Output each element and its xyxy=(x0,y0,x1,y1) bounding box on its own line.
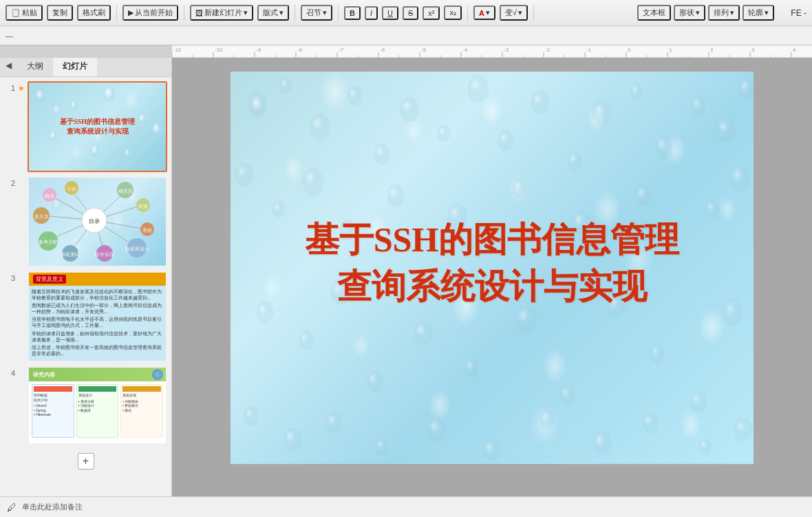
slide-number-1: 1 xyxy=(4,84,15,92)
svg-text:数据库设计: 数据库设计 xyxy=(125,246,149,251)
outline-button[interactable]: 轮廓 ▾ xyxy=(742,5,774,21)
text-color-button[interactable]: A ▾ xyxy=(473,6,495,20)
main-area: ◀ 大纲 幻灯片 1 ★ xyxy=(0,58,812,496)
chevron-down-icon-5: ▾ xyxy=(518,8,522,17)
svg-rect-0 xyxy=(172,45,812,58)
strikethrough-button[interactable]: S xyxy=(403,6,418,20)
sidebar: ◀ 大纲 幻灯片 1 ★ xyxy=(0,58,172,496)
svg-text:-1: -1 xyxy=(586,47,592,53)
ribbon: — xyxy=(0,26,812,45)
thumb-1-text: 基于SSH的图书信息管理 查询系统设计与实现 xyxy=(60,117,135,136)
svg-text:-8: -8 xyxy=(297,47,303,53)
slide-item-1[interactable]: 1 ★ 基于SSH的图书信息管 xyxy=(4,81,167,172)
text-color-icon: A xyxy=(479,9,484,17)
svg-text:1: 1 xyxy=(669,47,672,53)
chevron-down-icon-7: ▾ xyxy=(730,8,734,17)
slide-item-3[interactable]: 3 ★ 背景及意义 随着互联网技术的飞速发展及信息化的不断深化，图书馆作为学校教… xyxy=(4,271,167,362)
svg-text:2: 2 xyxy=(710,47,714,53)
sep4 xyxy=(338,5,339,21)
chevron-down-icon-4: ▾ xyxy=(486,8,490,17)
layout-button[interactable]: 版式 ▾ xyxy=(257,5,289,21)
svg-text:-7: -7 xyxy=(339,47,344,53)
chevron-down-icon: ▾ xyxy=(244,8,248,17)
copy-button[interactable]: 复制 xyxy=(47,5,73,21)
slide-star-2: ★ xyxy=(18,179,25,188)
svg-text:0: 0 xyxy=(628,47,631,53)
paste-button[interactable]: 📋 粘贴 xyxy=(6,5,43,21)
slide-thumb-3[interactable]: 背景及意义 随着互联网技术的飞速发展及信息化的不断深化，图书馆作为学校教育的重要… xyxy=(28,271,167,362)
svg-text:-10: -10 xyxy=(215,47,223,53)
format-button[interactable]: 格式刷 xyxy=(77,5,111,21)
slide4-title: 研究内容 xyxy=(33,371,55,379)
slide-panel: 1 ★ 基于SSH的图书信息管 xyxy=(0,77,171,478)
svg-text:-6: -6 xyxy=(380,47,385,53)
main-slide: 基于SSH的图书信息管理 查询系统设计与实现 xyxy=(231,72,754,464)
svg-text:-3: -3 xyxy=(504,47,509,53)
sep1 xyxy=(116,5,117,21)
svg-text:系统: 系统 xyxy=(142,228,152,233)
svg-text:软件实现: 软件实现 xyxy=(95,252,114,257)
canvas-area[interactable]: 基于SSH的图书信息管理 查询系统设计与实现 xyxy=(172,58,812,496)
paste-icon: 📋 xyxy=(11,8,21,17)
toolbar-right: 文本框 形状 ▾ 排列 ▾ 轮廓 ▾ FE - xyxy=(637,5,806,21)
svg-text:系统测试: 系统测试 xyxy=(61,252,80,257)
svg-text:概况: 概况 xyxy=(45,193,54,198)
sidebar-collapse-arrow[interactable]: ◀ xyxy=(0,58,17,76)
from-start-button[interactable]: ▶ 从当前开始 xyxy=(122,5,178,21)
chevron-down-icon-6: ▾ xyxy=(696,8,700,17)
special-char-button[interactable]: 变√ ▾ xyxy=(500,5,528,21)
slide-number-2: 2 xyxy=(4,179,15,187)
new-slide-button[interactable]: 🖼 新建幻灯片 ▾ xyxy=(190,5,253,21)
slide-number-4: 4 xyxy=(4,369,15,377)
slide-thumb-1[interactable]: 基于SSH的图书信息管理 查询系统设计与实现 xyxy=(28,81,167,172)
tab-outline[interactable]: 大纲 xyxy=(17,58,53,76)
svg-text:框架: 框架 xyxy=(138,204,148,209)
bold-button[interactable]: B xyxy=(344,6,361,20)
sep5 xyxy=(467,5,468,21)
slide-star-3: ★ xyxy=(18,274,25,283)
toolbar: 📋 粘贴 复制 格式刷 ▶ 从当前开始 🖼 新建幻灯片 ▾ 版式 ▾ 召节 ▾ … xyxy=(0,0,812,26)
chevron-down-icon-8: ▾ xyxy=(765,8,769,17)
ruler-toggle: — xyxy=(6,32,13,40)
subscript-button[interactable]: x₂ xyxy=(444,6,462,20)
svg-text:参考文献: 参考文献 xyxy=(39,240,58,245)
slide-title-line2: 查询系统设计与实现 xyxy=(305,263,680,310)
chevron-down-icon-3: ▾ xyxy=(323,8,327,17)
slide-number-3: 3 xyxy=(4,274,15,282)
slide3-badge: 背景及意义 xyxy=(33,275,66,284)
sep3 xyxy=(295,5,295,21)
slide-item-2[interactable]: 2 ★ xyxy=(4,176,167,267)
italic-button[interactable]: I xyxy=(365,6,378,20)
slide-star-1: ★ xyxy=(18,84,25,93)
slide-item-4[interactable]: 4 ★ 研究内容 SSH框架技术介绍 xyxy=(4,366,167,445)
note-icon: 🖊 xyxy=(7,502,17,513)
sep6 xyxy=(533,5,534,21)
svg-text:相关技: 相关技 xyxy=(118,189,133,193)
slide-title[interactable]: 基于SSH的图书信息管理 查询系统设计与实现 xyxy=(305,217,680,310)
section-button[interactable]: 召节 ▾ xyxy=(301,5,332,21)
arrange-button[interactable]: 排列 ▾ xyxy=(708,5,740,21)
new-slide-icon: 🖼 xyxy=(195,9,203,17)
slide-thumb-2[interactable]: 目录 概况 引言 相关技 框架 系统 xyxy=(28,176,167,267)
svg-text:-2: -2 xyxy=(545,47,551,53)
text-box-button[interactable]: 文本框 xyxy=(637,5,671,21)
ruler: -12 -10 -9 -8 -7 -6 -5 -4 -3 xyxy=(172,45,812,58)
add-slide-button[interactable]: + xyxy=(78,453,94,469)
svg-text:-4: -4 xyxy=(462,47,468,53)
add-slide-area: + xyxy=(4,449,167,474)
underline-button[interactable]: U xyxy=(382,6,398,20)
svg-text:-9: -9 xyxy=(256,47,261,53)
slide-star-4: ★ xyxy=(18,369,25,378)
fe-indicator: FE - xyxy=(791,8,806,18)
superscript-button[interactable]: x² xyxy=(423,6,440,20)
tab-slides[interactable]: 幻灯片 xyxy=(53,58,97,76)
status-bar: 🖊 单击此处添加备注 xyxy=(0,496,812,517)
svg-text:目录: 目录 xyxy=(89,218,100,224)
slide-thumb-4[interactable]: 研究内容 SSH框架技术介绍 • Struts2 • Spring • Hi xyxy=(28,366,167,445)
note-text[interactable]: 单击此处添加备注 xyxy=(22,502,83,512)
play-icon: ▶ xyxy=(128,8,133,17)
slide-title-line1: 基于SSH的图书信息管理 xyxy=(305,217,680,264)
shape-button[interactable]: 形状 ▾ xyxy=(674,5,705,21)
sidebar-tabs: ◀ 大纲 幻灯片 xyxy=(0,58,171,77)
chevron-down-icon-2: ▾ xyxy=(279,8,284,17)
